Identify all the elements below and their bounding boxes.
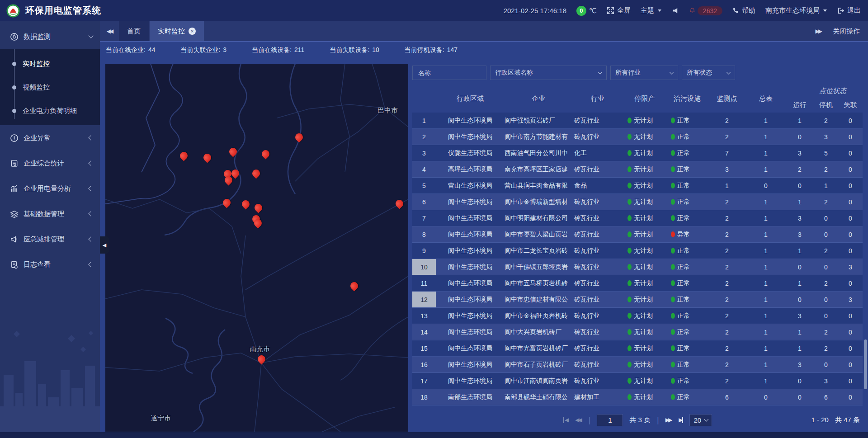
- table-row[interactable]: 18 南部生态环境局 南部县砚华土硝有限公 建材加工 无计划 正常 6 0 0 …: [412, 389, 863, 405]
- table-row[interactable]: 11 阆中生态环境局 阆中市五马桥页岩机砖 砖瓦行业 无计划 正常 2 1 1 …: [412, 275, 863, 292]
- map-panel[interactable]: 巴中市南充市遂宁市: [105, 64, 408, 432]
- cell-company: 阆中大兴页岩机砖厂: [505, 324, 572, 340]
- cell-points: 1: [708, 178, 746, 193]
- sidebar-subitem[interactable]: 企业电力负荷明细: [0, 99, 100, 122]
- column-header-company[interactable]: 企业: [505, 85, 572, 113]
- theme-menu[interactable]: 主题: [641, 6, 661, 15]
- row-number: 10: [412, 259, 436, 275]
- table-row[interactable]: 17 阆中生态环境局 阆中市江南镇阆南页岩 砖瓦行业 无计划 正常 2 1 0 …: [412, 373, 863, 389]
- tab-label: 实时监控: [158, 27, 185, 36]
- industry-filter-select[interactable]: 所有行业: [610, 66, 678, 80]
- sidebar-group-chart[interactable]: 企业用电量分析: [0, 176, 100, 201]
- tab-close-icon[interactable]: ×: [189, 28, 196, 35]
- chevron-icon: [88, 236, 93, 241]
- tab[interactable]: 实时监控 ×: [150, 21, 204, 41]
- cell-offline: 0: [838, 178, 863, 193]
- bullet-icon: [12, 85, 16, 89]
- cell-offline: 0: [838, 210, 863, 226]
- column-header-run[interactable]: 运行: [786, 97, 814, 113]
- stat-value: 10: [372, 46, 379, 54]
- cell-facility: 正常: [666, 324, 708, 340]
- sidebar-subitem[interactable]: 视频监控: [0, 75, 100, 99]
- pagination-bar: ◀ ◀◀ | 1 共 3 页 | ▶▶ ▶ 20 1 - 20 共 47 条: [412, 408, 863, 432]
- table-row[interactable]: 9 阆中生态环境局 阆中市二龙长宝页岩砖 砖瓦行业 无计划 正常 2 1 1 2…: [412, 243, 863, 259]
- cell-offline: 0: [838, 145, 863, 161]
- cell-run: 0: [786, 292, 814, 307]
- sidebar-group-alert[interactable]: 企业异常: [0, 125, 100, 151]
- row-number: 12: [412, 292, 436, 307]
- chevron-icon: [88, 186, 93, 191]
- page-size-select[interactable]: 20: [689, 414, 712, 426]
- prev-page-button[interactable]: ◀◀: [575, 417, 582, 423]
- region-filter-select[interactable]: 行政区域名称: [490, 66, 607, 80]
- cell-offline: 0: [838, 226, 863, 242]
- tabs-scroll-left-button[interactable]: ◀◀: [100, 21, 119, 41]
- table-row[interactable]: 10 阆中生态环境局 阆中千佛镇五郎垭页岩 砖瓦行业 无计划 正常 2 1 0 …: [412, 259, 863, 275]
- mute-button[interactable]: [671, 7, 679, 14]
- table-row[interactable]: 12 阆中生态环境局 阆中市忠信建材有限公 砖瓦行业 无计划 正常 2 1 0 …: [412, 292, 863, 308]
- cell-industry: 砖瓦行业: [572, 113, 623, 128]
- cell-stop: 2: [814, 194, 838, 210]
- status-dot: [671, 199, 675, 205]
- sidebar-subitem[interactable]: 实时监控: [0, 52, 100, 75]
- last-page-button[interactable]: ▶: [679, 417, 683, 423]
- table-row[interactable]: 16 阆中生态环境局 阆中市石子页岩机砖厂 砖瓦行业 无计划 正常 2 1 3 …: [412, 357, 863, 373]
- fullscreen-button[interactable]: 全屏: [607, 6, 631, 15]
- org-menu[interactable]: 南充市生态环境局: [765, 6, 827, 15]
- cell-points: 2: [708, 113, 746, 128]
- notifications-button[interactable]: 2632: [689, 6, 722, 15]
- table-row[interactable]: 13 阆中生态环境局 阆中市金福旺页岩机砖 砖瓦行业 无计划 正常 2 1 3 …: [412, 308, 863, 324]
- status-dot: [627, 297, 632, 302]
- chevron-icon: [88, 211, 93, 216]
- status-filter-select[interactable]: 所有状态: [682, 66, 735, 80]
- cell-meters: 1: [746, 194, 786, 210]
- stat-label: 当前停机设备:: [405, 46, 444, 54]
- cell-region: 仪陇生态环境局: [436, 145, 505, 161]
- sidebar-group-gauge[interactable]: 数据监测: [0, 24, 100, 49]
- cell-limit: 无计划: [623, 389, 666, 405]
- sidebar-group-stats[interactable]: 企业综合统计: [0, 151, 100, 176]
- status-dot: [671, 313, 675, 319]
- table-row[interactable]: 1 阆中生态环境局 阆中强锐页岩砖厂 砖瓦行业 无计划 正常 2 1 1 2 0: [412, 113, 863, 129]
- first-page-button[interactable]: ◀: [563, 417, 569, 423]
- table-row[interactable]: 8 阆中生态环境局 阆中市枣碧大梁山页岩 砖瓦行业 无计划 异常 2 1 3 0…: [412, 226, 863, 243]
- status-dot: [671, 280, 675, 286]
- table-row[interactable]: 4 高坪生态环境局 南充市高坪区王家店建 砖瓦行业 无计划 正常 3 1 2 2…: [412, 161, 863, 178]
- next-page-button[interactable]: ▶▶: [665, 417, 672, 423]
- range-label: 1 - 20: [811, 416, 829, 424]
- sidebar-group-log[interactable]: 日志查看: [0, 252, 100, 277]
- table-row[interactable]: 2 阆中生态环境局 阆中市南方节能建材有 砖瓦行业 无计划 正常 2 1 0 3…: [412, 129, 863, 145]
- close-operations-menu[interactable]: 关闭操作: [833, 27, 860, 36]
- column-header-offline[interactable]: 失联: [838, 97, 863, 113]
- name-filter-input[interactable]: [412, 66, 486, 80]
- sidebar-group-megaphone[interactable]: 应急减排管理: [0, 226, 100, 252]
- sidebar-group-label: 应急减排管理: [24, 235, 64, 244]
- monitor-panel: 行政区域名称 所有行业 所有状态 行政区域 企业 行业 停限产 治污设施 监测点…: [412, 64, 863, 432]
- help-button[interactable]: 帮助: [732, 6, 755, 15]
- column-header-meters[interactable]: 总表: [746, 85, 786, 113]
- logout-button[interactable]: 退出: [837, 6, 861, 15]
- column-header-facility[interactable]: 治污设施: [666, 85, 708, 113]
- table-row[interactable]: 6 阆中生态环境局 阆中市金博瑞新型墙材 砖瓦行业 无计划 正常 2 1 1 2…: [412, 194, 863, 210]
- cell-points: 2: [708, 243, 746, 259]
- sidebar-group-layers[interactable]: 基础数据管理: [0, 201, 100, 226]
- page-number-input[interactable]: 1: [597, 414, 623, 426]
- tab[interactable]: 首页: [119, 21, 149, 41]
- table-row[interactable]: 3 仪陇生态环境局 西南油气田分公司川中 化工 无计划 正常 7 1 3 5 0: [412, 145, 863, 161]
- sidebar-group-label: 数据监测: [24, 33, 51, 41]
- table-row[interactable]: 15 阆中生态环境局 阆中市光富页岩机砖厂 砖瓦行业 无计划 正常 2 1 1 …: [412, 340, 863, 357]
- column-header-points[interactable]: 监测点: [708, 85, 746, 113]
- status-dot: [671, 329, 675, 335]
- table-scrollbar[interactable]: [864, 339, 867, 389]
- column-header-region[interactable]: 行政区域: [436, 85, 505, 113]
- column-header-limit[interactable]: 停限产: [623, 85, 666, 113]
- tabs-scroll-right-button[interactable]: ▶▶: [816, 28, 821, 34]
- column-header-industry[interactable]: 行业: [572, 85, 623, 113]
- column-header-stop[interactable]: 停机: [814, 97, 838, 113]
- table-row[interactable]: 7 阆中生态环境局 阆中明阳建材有限公司 砖瓦行业 无计划 正常 2 1 3 0…: [412, 210, 863, 226]
- cell-meters: 1: [746, 243, 786, 259]
- table-row[interactable]: 14 阆中生态环境局 阆中大兴页岩机砖厂 砖瓦行业 无计划 正常 2 1 1 2…: [412, 324, 863, 340]
- name-search-field[interactable]: [417, 69, 481, 77]
- table-row[interactable]: 5 营山生态环境局 营山县润丰肉食品有限 食品 无计划 正常 1 0 0 1 0: [412, 178, 863, 194]
- sidebar-collapse-button[interactable]: ◀: [100, 236, 109, 254]
